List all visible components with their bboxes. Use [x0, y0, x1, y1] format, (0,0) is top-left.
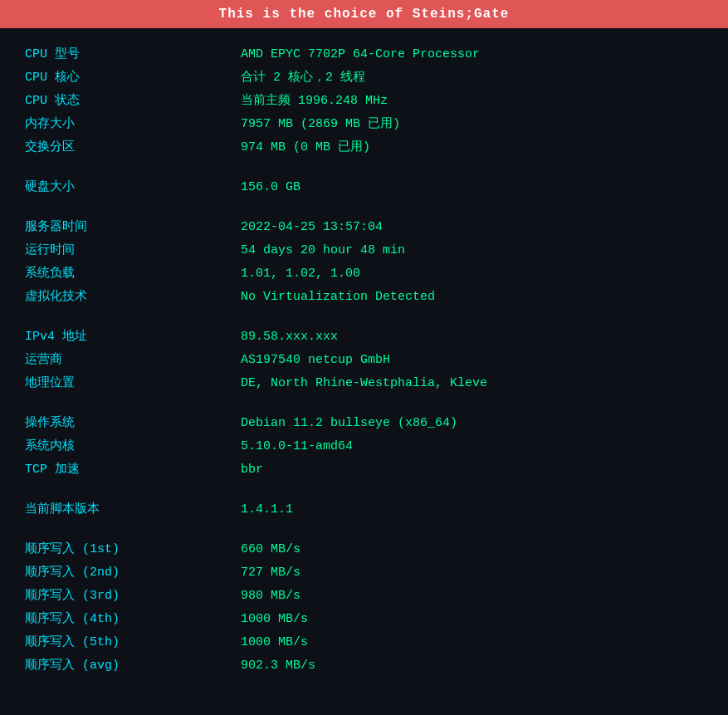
info-row: 顺序写入 (3rd)980 MB/s [25, 586, 703, 606]
info-label: 顺序写入 (2nd) [25, 563, 241, 583]
info-row: 运营商AS197540 netcup GmbH [25, 350, 703, 370]
info-value: 5.10.0-11-amd64 [241, 437, 353, 457]
info-value: Debian 11.2 bullseye (x86_64) [241, 414, 457, 433]
info-label: 系统内核 [25, 437, 241, 457]
title-bar: This is the choice of Steins;Gate [0, 0, 728, 28]
info-row: 顺序写入 (5th)1000 MB/s [25, 633, 703, 653]
info-value: 980 MB/s [241, 586, 300, 606]
info-label: 虚拟化技术 [25, 287, 241, 307]
info-row: CPU 型号AMD EPYC 7702P 64-Core Processor [25, 45, 703, 65]
info-value: 902.3 MB/s [241, 656, 315, 676]
info-label: 顺序写入 (avg) [25, 656, 241, 676]
section-gap-6 [25, 526, 703, 540]
info-value: AMD EPYC 7702P 64-Core Processor [241, 45, 480, 65]
section-gap-3 [25, 314, 703, 327]
info-row: TCP 加速bbr [25, 460, 703, 480]
info-label: 操作系统 [25, 414, 241, 433]
info-row: 当前脚本版本1.4.1.1 [25, 500, 703, 520]
info-label: 顺序写入 (1st) [25, 540, 241, 560]
info-label: 运营商 [25, 350, 241, 370]
info-row: 交换分区974 MB (0 MB 已用) [25, 138, 703, 158]
info-row: 顺序写入 (avg)902.3 MB/s [25, 656, 703, 676]
info-value: 974 MB (0 MB 已用) [241, 138, 370, 158]
info-row: 操作系统Debian 11.2 bullseye (x86_64) [25, 414, 703, 433]
info-label: TCP 加速 [25, 460, 241, 480]
info-block-os-section: 操作系统Debian 11.2 bullseye (x86_64)系统内核5.1… [25, 414, 703, 480]
info-row: CPU 核心合计 2 核心，2 线程 [25, 68, 703, 88]
info-block-network-section: IPv4 地址89.58.xxx.xxx运营商AS197540 netcup G… [25, 327, 703, 394]
info-row: 系统负载1.01, 1.02, 1.00 [25, 264, 703, 284]
section-gap-2 [25, 204, 703, 218]
info-label: CPU 核心 [25, 68, 241, 88]
info-value: 54 days 20 hour 48 min [241, 241, 405, 261]
info-label: 交换分区 [25, 138, 241, 158]
info-label: 地理位置 [25, 374, 241, 394]
info-row: 服务器时间2022-04-25 13:57:04 [25, 218, 703, 238]
info-row: CPU 状态当前主频 1996.248 MHz [25, 91, 703, 111]
info-value: 660 MB/s [241, 540, 300, 560]
info-block-disk-section: 硬盘大小156.0 GB [25, 178, 703, 198]
info-label: IPv4 地址 [25, 327, 241, 347]
info-value: DE, North Rhine-Westphalia, Kleve [241, 374, 487, 394]
info-label: 硬盘大小 [25, 178, 241, 198]
info-label: CPU 状态 [25, 91, 241, 111]
section-gap-4 [25, 400, 703, 414]
info-row: IPv4 地址89.58.xxx.xxx [25, 327, 703, 347]
main-content: CPU 型号AMD EPYC 7702P 64-Core ProcessorCP… [0, 28, 728, 699]
info-label: 运行时间 [25, 241, 241, 261]
info-row: 顺序写入 (2nd)727 MB/s [25, 563, 703, 583]
info-value: No Virtualization Detected [241, 287, 435, 307]
info-row: 硬盘大小156.0 GB [25, 178, 703, 198]
info-row: 虚拟化技术No Virtualization Detected [25, 287, 703, 307]
info-block-server-section: 服务器时间2022-04-25 13:57:04运行时间54 days 20 h… [25, 218, 703, 307]
info-value: 1000 MB/s [241, 610, 308, 629]
info-label: 系统负载 [25, 264, 241, 284]
info-value: 当前主频 1996.248 MHz [241, 91, 388, 111]
info-row: 系统内核5.10.0-11-amd64 [25, 437, 703, 457]
info-block-cpu-section: CPU 型号AMD EPYC 7702P 64-Core ProcessorCP… [25, 45, 703, 158]
info-row: 地理位置DE, North Rhine-Westphalia, Kleve [25, 374, 703, 394]
info-row: 顺序写入 (1st)660 MB/s [25, 540, 703, 560]
info-label: 顺序写入 (4th) [25, 610, 241, 629]
info-label: 服务器时间 [25, 218, 241, 238]
title-text: This is the choice of Steins;Gate [219, 7, 510, 22]
info-value: bbr [241, 460, 263, 480]
info-row: 顺序写入 (4th)1000 MB/s [25, 610, 703, 629]
info-label: CPU 型号 [25, 45, 241, 65]
info-value: 7957 MB (2869 MB 已用) [241, 115, 400, 135]
info-block-version-section: 当前脚本版本1.4.1.1 [25, 500, 703, 520]
info-value: 2022-04-25 13:57:04 [241, 218, 383, 238]
info-value: 727 MB/s [241, 563, 300, 583]
info-label: 内存大小 [25, 115, 241, 135]
section-gap-1 [25, 164, 703, 178]
info-value: 156.0 GB [241, 178, 300, 198]
info-row: 内存大小7957 MB (2869 MB 已用) [25, 115, 703, 135]
info-value: 1.01, 1.02, 1.00 [241, 264, 360, 284]
info-value: AS197540 netcup GmbH [241, 350, 390, 370]
info-value: 89.58.xxx.xxx [241, 327, 338, 347]
info-row: 运行时间54 days 20 hour 48 min [25, 241, 703, 261]
info-value: 合计 2 核心，2 线程 [241, 68, 365, 88]
info-value: 1000 MB/s [241, 633, 308, 653]
info-value: 1.4.1.1 [241, 500, 293, 520]
section-gap-5 [25, 487, 703, 500]
info-block-disk-speed-section: 顺序写入 (1st)660 MB/s顺序写入 (2nd)727 MB/s顺序写入… [25, 540, 703, 676]
info-label: 顺序写入 (5th) [25, 633, 241, 653]
info-label: 顺序写入 (3rd) [25, 586, 241, 606]
info-label: 当前脚本版本 [25, 500, 241, 520]
